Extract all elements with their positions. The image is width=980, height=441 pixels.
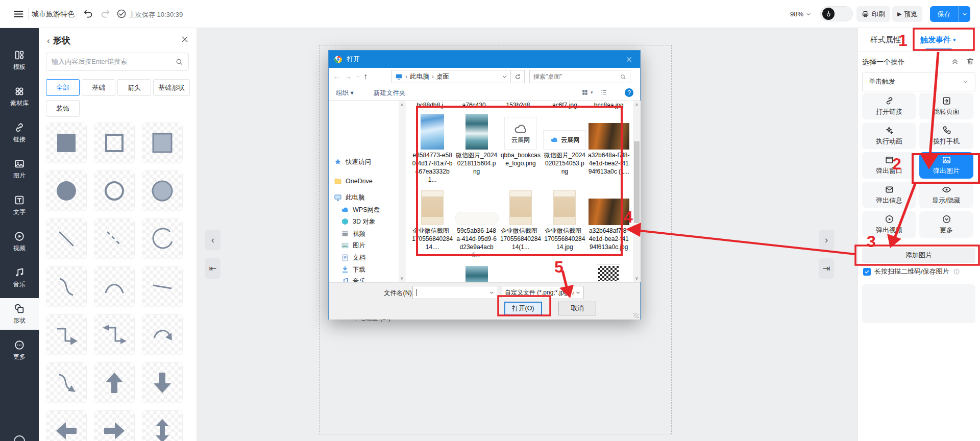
action-open-link[interactable]: 打开链接: [862, 93, 916, 119]
undo-icon[interactable]: [83, 9, 93, 19]
file-item[interactable]: a32b648a-f7f8-4e1d-bea2-f4194f613a0c (1.…: [587, 113, 631, 184]
panel-close-icon[interactable]: [181, 35, 189, 43]
file-name-partial[interactable]: bc88db8.j...: [410, 102, 454, 109]
checkbox-checked[interactable]: [863, 268, 871, 276]
resize-grip[interactable]: [633, 313, 639, 318]
scrollbar-thumb[interactable]: [634, 141, 640, 223]
sidebar-scrollbar[interactable]: ∧ ∨: [399, 101, 406, 282]
shape-arrow-left[interactable]: [46, 410, 87, 441]
nav-downloads[interactable]: 下载: [341, 264, 365, 275]
shape-line-dashed[interactable]: [94, 218, 135, 259]
file-item[interactable]: a32b648af7f8-4e1d-bea2-f4194f613a0c.jpg: [587, 188, 631, 259]
shape-s-curve-arrow[interactable]: [46, 362, 87, 403]
shape-step-arrow-right[interactable]: [46, 314, 87, 355]
tab-style-properties[interactable]: 样式属性: [870, 35, 901, 45]
file-name-partial[interactable]: bcc8aa.jpg: [587, 102, 631, 109]
organize-menu[interactable]: 组织 ▾: [336, 89, 354, 97]
up-icon[interactable]: ↑: [363, 72, 368, 81]
open-button[interactable]: 打开(O): [504, 302, 542, 315]
file-item[interactable]: 企业微信截图_17055684028414(1...: [499, 188, 543, 259]
action-call-phone[interactable]: 拨打手机: [919, 122, 973, 149]
back-chevron-icon[interactable]: ‹: [47, 36, 50, 46]
shape-arrow-right[interactable]: [94, 410, 135, 441]
file-item[interactable]: 微信图片_20240218115604.png: [454, 113, 498, 184]
shape-arrow-up-down[interactable]: [142, 410, 183, 441]
list-view-icon[interactable]: [600, 89, 607, 96]
refresh-button[interactable]: [511, 70, 525, 83]
redo-icon[interactable]: [100, 9, 111, 19]
longpress-save-checkbox-row[interactable]: 长按扫描二维码/保存图片: [863, 267, 960, 276]
zoom-select[interactable]: 98%: [790, 10, 812, 18]
collapse-right-full-button[interactable]: ⇥: [819, 258, 834, 279]
dialog-search-input[interactable]: 搜索"桌面": [529, 70, 630, 83]
hamburger-menu-icon[interactable]: [13, 9, 24, 19]
file-list-scrollbar[interactable]: ∧ ∨: [633, 101, 641, 282]
back-icon[interactable]: ←: [333, 72, 341, 81]
sidebar-item-image[interactable]: 图片: [0, 153, 39, 185]
sidebar-item-music[interactable]: 音乐: [0, 262, 39, 293]
breadcrumb-desktop[interactable]: 桌面: [436, 72, 449, 81]
nav-3d-objects[interactable]: 3D 对象: [341, 216, 375, 227]
file-thumbnail-qr-partial[interactable]: [597, 265, 620, 282]
sidebar-item-text[interactable]: 文字: [0, 189, 39, 221]
sidebar-item-more[interactable]: 更多: [0, 334, 39, 366]
tab-all[interactable]: 全部: [46, 79, 80, 96]
shape-circle-filled[interactable]: [46, 170, 87, 211]
history-chevron-icon[interactable]: [355, 74, 360, 79]
scroll-up-icon[interactable]: ∧: [635, 102, 639, 107]
shape-arc-open[interactable]: [142, 218, 183, 259]
shape-step-arrow-double[interactable]: [94, 314, 135, 355]
new-folder-button[interactable]: 新建文件夹: [374, 89, 406, 97]
trigger-type-select[interactable]: 单击触发: [862, 72, 975, 91]
help-icon[interactable]: ?: [625, 88, 633, 97]
view-chevron-icon[interactable]: ▾: [591, 90, 593, 95]
action-more[interactable]: 更多: [919, 211, 973, 238]
sidebar-item-shape[interactable]: 形状: [0, 298, 39, 330]
nav-videos[interactable]: 视频: [341, 228, 365, 239]
nav-quick-access[interactable]: 快速访问: [334, 156, 371, 167]
collapse-right-panel-button[interactable]: ›: [819, 230, 834, 250]
file-name-partial[interactable]: a76c430...: [454, 102, 498, 109]
shape-arrow-down[interactable]: [142, 362, 183, 403]
sidebar-item-video[interactable]: 视频: [0, 226, 39, 257]
filename-input[interactable]: [412, 286, 498, 299]
forward-icon[interactable]: →: [344, 72, 352, 81]
sidebar-item-link[interactable]: 链接: [0, 117, 39, 149]
dialog-titlebar[interactable]: 打开: [329, 51, 640, 68]
tab-decor[interactable]: 装饰: [46, 100, 80, 117]
tab-basic-shape[interactable]: 基础形状: [153, 79, 190, 96]
nav-onedrive[interactable]: OneDrive: [334, 176, 373, 187]
shape-square-outline[interactable]: [94, 122, 135, 163]
nav-pictures[interactable]: 图片: [341, 240, 365, 251]
thumbnail-view-icon[interactable]: [581, 89, 589, 96]
action-popup-window[interactable]: 弹出窗口: [862, 152, 916, 179]
breadcrumb-this-pc[interactable]: 此电脑: [410, 72, 429, 81]
action-run-animation[interactable]: 执行动画: [862, 122, 916, 149]
shape-curve-s[interactable]: [46, 266, 87, 307]
tab-basic[interactable]: 基础: [82, 79, 115, 96]
file-item[interactable]: e8584773-e580-4d17-81a7-b467ea3332b1...: [410, 113, 454, 184]
shape-curve-arrow[interactable]: [142, 314, 183, 355]
action-show-hide[interactable]: 显示/隐藏: [919, 182, 973, 208]
touch-mode-toggle[interactable]: [820, 6, 853, 21]
file-thumbnail-partial[interactable]: [465, 266, 488, 282]
action-popup-message[interactable]: 弹出信息: [862, 182, 916, 208]
action-popup-video[interactable]: 弹出视频: [862, 211, 916, 238]
shape-curve-arch[interactable]: [94, 266, 135, 307]
shape-arrow-up[interactable]: [94, 362, 135, 403]
file-name-partial[interactable]: 153b2d8...: [499, 102, 543, 109]
action-jump-page[interactable]: 跳转页面: [919, 93, 973, 119]
chevron-down-icon[interactable]: [502, 74, 507, 80]
nav-this-pc[interactable]: 此电脑: [334, 192, 365, 203]
file-item[interactable]: 59c5ab36-148a-414d-95d9-6d23e9a4acb5...: [454, 188, 498, 259]
file-item[interactable]: 云展网qbba_bookcase_logo.png: [499, 113, 543, 184]
file-name-partial[interactable]: ac6f7.jpg: [543, 102, 586, 109]
collapse-left-panel-button[interactable]: ‹: [205, 230, 220, 250]
document-title[interactable]: 城市旅游特色...: [32, 10, 75, 19]
chevron-down-icon[interactable]: [489, 290, 495, 296]
collapse-icon[interactable]: [951, 57, 959, 65]
shape-line-slant[interactable]: [142, 266, 183, 307]
file-item[interactable]: 企业微信截图_17055684028414....: [410, 188, 454, 259]
shape-square-filled[interactable]: [46, 122, 87, 163]
print-button[interactable]: 印刷: [856, 6, 890, 22]
